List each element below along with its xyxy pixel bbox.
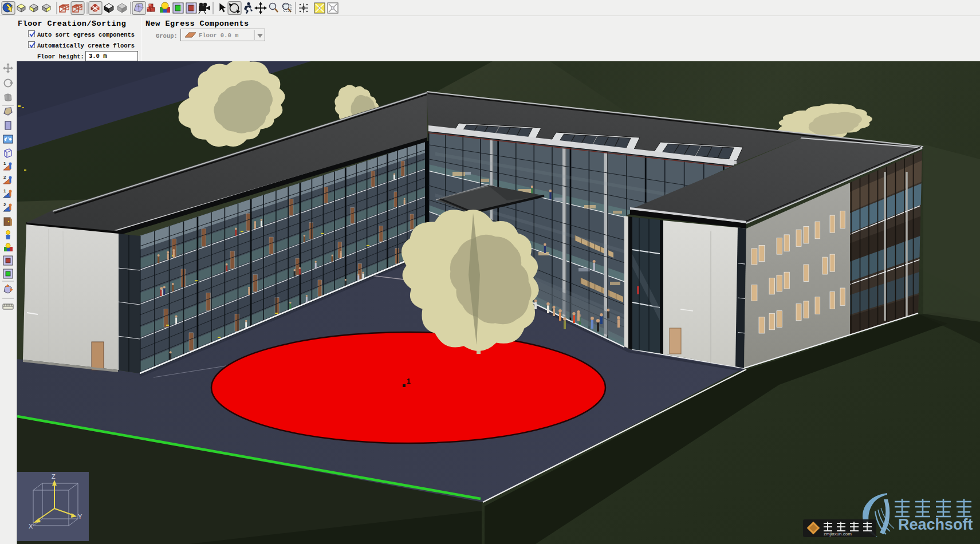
svg-text:1: 1 [407,377,411,385]
svg-text:Reachsoft: Reachsoft [898,516,973,533]
svg-text:2: 2 [3,202,6,207]
svg-text:X: X [29,523,33,530]
svg-text:1: 1 [3,161,6,166]
svg-text:2: 2 [3,175,6,180]
svg-text:Z: Z [52,473,56,480]
svg-text:1: 1 [3,188,6,194]
svg-text:zmjiaxun.com: zmjiaxun.com [824,531,852,537]
svg-text:Y: Y [78,513,82,520]
svg-text:Floor 0.0 m: Floor 0.0 m [199,32,238,39]
